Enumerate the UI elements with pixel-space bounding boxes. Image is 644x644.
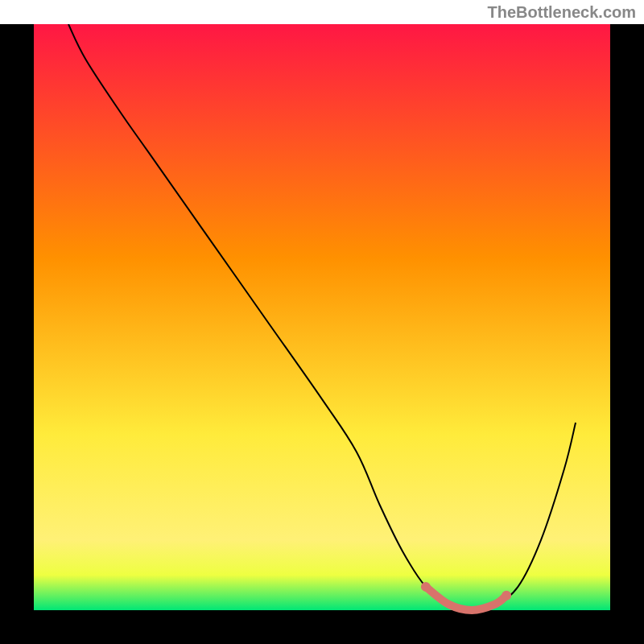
frame-bar (610, 24, 644, 644)
highlight-endpoint (421, 582, 431, 592)
watermark-text: TheBottleneck.com (488, 3, 636, 22)
bottleneck-chart (0, 24, 644, 644)
chart-frame (0, 24, 644, 644)
frame-bar (0, 24, 34, 644)
frame-bar (0, 610, 644, 644)
chart-container: TheBottleneck.com (0, 0, 644, 644)
highlight-endpoint (502, 591, 511, 601)
